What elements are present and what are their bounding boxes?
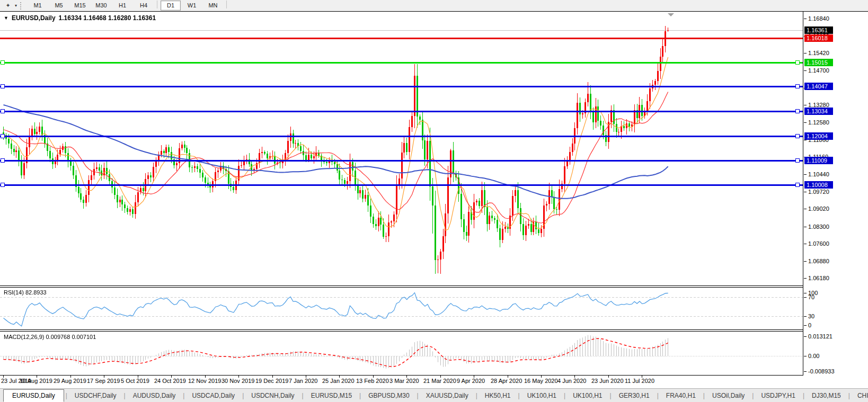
price-axis-tick: 1.07600: [804, 240, 829, 247]
price-chart-canvas[interactable]: [0, 12, 804, 376]
price-badge-1.12004: 1.12004: [804, 132, 833, 140]
price-axis-tick: 1.16840: [804, 15, 829, 22]
symbol-dropdown-icon[interactable]: ▼: [4, 15, 8, 21]
date-axis-label: 16 May 2020: [524, 378, 558, 384]
date-axis-label: 21 Mar 2020: [423, 378, 456, 384]
chart-tab-gbpusd-m30[interactable]: GBPUSD,M30: [361, 390, 416, 401]
chart-ohlc-values: 1.16334 1.16468 1.16280 1.16361: [59, 14, 156, 22]
price-axis-tick: 1.15420: [804, 49, 829, 57]
macd-axis-label: -0.008933: [804, 368, 835, 375]
chart-tab-eurusd-m15[interactable]: EURUSD,M15: [304, 390, 359, 401]
chart-tab-china300-h4[interactable]: CHINA300,H4: [851, 390, 868, 401]
macd-indicator-label: MACD(12,26,9) 0.009768 0.007101: [4, 334, 96, 340]
cursor-tool-icon[interactable]: ✦: [1, 1, 15, 10]
chart-tab-ger30-h1[interactable]: GER30,H1: [612, 390, 657, 401]
date-axis-label: 28 Apr 2020: [491, 378, 522, 384]
macd-axis-label: 0.00: [804, 352, 819, 360]
date-axis-label: 30 Nov 2019: [222, 378, 254, 384]
rsi-axis-label: 0: [804, 321, 811, 329]
date-axis[interactable]: 23 Jul 201910 Aug 201929 Aug 201917 Sep …: [0, 376, 804, 389]
chart-tab-uk100-h1[interactable]: UK100,H1: [566, 390, 609, 401]
date-axis-label: 11 Jul 2020: [625, 378, 654, 384]
toolbar-separator: [226, 1, 227, 8]
rsi-axis-label: 30: [804, 312, 814, 320]
timeframe-button-m5[interactable]: M5: [49, 1, 69, 11]
chart-tab-usdcnh-daily[interactable]: USDCNH,Daily: [244, 390, 301, 401]
chart-tab-hk50-h1[interactable]: HK50,H1: [478, 390, 518, 401]
price-badge-1.13034: 1.13034: [804, 108, 833, 115]
price-badge-1.10008: 1.10008: [804, 181, 833, 189]
date-axis-label: 25 Jan 2020: [322, 378, 355, 384]
price-axis[interactable]: 1.168401.161201.154201.147001.139801.132…: [804, 12, 868, 389]
chart-tab-audusd-daily[interactable]: AUDUSD,Daily: [126, 390, 183, 401]
chevron-down-icon[interactable]: ▾: [15, 3, 17, 8]
date-axis-label: 10 Aug 2019: [20, 378, 52, 384]
chart-tab-eurusd-daily[interactable]: EURUSD,Daily: [3, 389, 64, 402]
chart-title: ▼ EURUSD,Daily 1.16334 1.16468 1.16280 1…: [4, 14, 156, 22]
timeframe-button-m1[interactable]: M1: [28, 1, 48, 11]
chart-window: ▼ EURUSD,Daily 1.16334 1.16468 1.16280 1…: [0, 11, 868, 389]
toolbar-separator: [157, 1, 157, 8]
price-axis-tick: 1.06880: [804, 257, 829, 265]
price-axis-tick: 1.10440: [804, 171, 829, 178]
date-axis-label: 13 Feb 2020: [356, 378, 389, 384]
trading-platform-window: ✦ ▾ M1M5M15M30H1H4D1W1MN ▼ EURUSD,Daily …: [0, 0, 868, 402]
date-axis-label: 9 Apr 2020: [457, 378, 485, 384]
macd-axis-label: 0.013121: [804, 333, 832, 340]
date-axis-label: 29 Aug 2019: [54, 378, 86, 384]
date-axis-label: 7 Jan 2020: [289, 378, 317, 384]
timeframe-buttons: M1M5M15M30H1H4D1W1MN: [27, 1, 229, 11]
price-badge-1.14047: 1.14047: [804, 83, 833, 90]
date-axis-label: 4 Jun 2020: [557, 378, 586, 384]
price-badge-1.16018: 1.16018: [804, 34, 833, 42]
price-axis-tick: 1.14700: [804, 67, 829, 74]
chart-tab-dj30-m15[interactable]: DJ30,M15: [805, 390, 848, 401]
date-axis-label: 17 Sep 2019: [87, 378, 120, 384]
toolbar-grip-handle[interactable]: [20, 2, 24, 10]
price-badge-1.16361: 1.16361: [804, 26, 833, 34]
timeframe-button-h1[interactable]: H1: [112, 1, 132, 11]
timeframe-button-m15[interactable]: M15: [70, 1, 90, 11]
rsi-indicator-label: RSI(14) 82.8933: [4, 289, 47, 296]
price-badge-1.11009: 1.11009: [804, 157, 833, 164]
chart-tab-uk100-h1[interactable]: UK100,H1: [520, 390, 563, 401]
date-axis-label: 24 Oct 2019: [154, 378, 186, 384]
timeframe-toolbar: ✦ ▾ M1M5M15M30H1H4D1W1MN: [0, 0, 868, 12]
chart-tab-fra40-h1[interactable]: FRA40,H1: [659, 390, 703, 401]
date-axis-label: 12 Nov 2019: [188, 378, 221, 384]
timeframe-button-h4[interactable]: H4: [134, 1, 154, 11]
date-axis-label: 3 Mar 2020: [389, 378, 419, 384]
timeframe-button-d1[interactable]: D1: [161, 1, 181, 11]
date-axis-label: 19 Dec 2019: [255, 378, 288, 384]
chart-tab-usoil-daily[interactable]: USOil,Daily: [705, 390, 751, 401]
rsi-axis-label: 70: [804, 293, 814, 301]
date-axis-label: 23 Jun 2020: [591, 378, 624, 384]
timeframe-button-mn[interactable]: MN: [203, 1, 223, 11]
chart-tab-xauusd-daily[interactable]: XAUUSD,Daily: [419, 390, 475, 401]
timeframe-button-w1[interactable]: W1: [182, 1, 202, 11]
chart-tab-usdchf-daily[interactable]: USDCHF,Daily: [68, 390, 123, 401]
chart-tab-usdjpy-h1[interactable]: USDJPY,H1: [754, 390, 802, 401]
chart-tab-bar: EURUSD,Daily|USDCHF,Daily|AUDUSD,Daily|U…: [0, 388, 868, 402]
price-badge-1.15015: 1.15015: [804, 59, 833, 66]
price-axis-tick: 1.08300: [804, 223, 829, 230]
price-axis-tick: 1.09020: [804, 205, 829, 212]
date-axis-label: 5 Oct 2019: [121, 378, 149, 384]
chart-tab-usdcad-daily[interactable]: USDCAD,Daily: [185, 390, 242, 401]
price-axis-tick: 1.09720: [804, 188, 829, 195]
chart-symbol-label: EURUSD,Daily: [12, 14, 56, 22]
price-axis-tick: 1.06180: [804, 274, 829, 282]
price-axis-tick: 1.12580: [804, 119, 829, 126]
timeframe-button-m30[interactable]: M30: [91, 1, 111, 11]
chart-tabs: EURUSD,Daily|USDCHF,Daily|AUDUSD,Daily|U…: [0, 389, 868, 402]
